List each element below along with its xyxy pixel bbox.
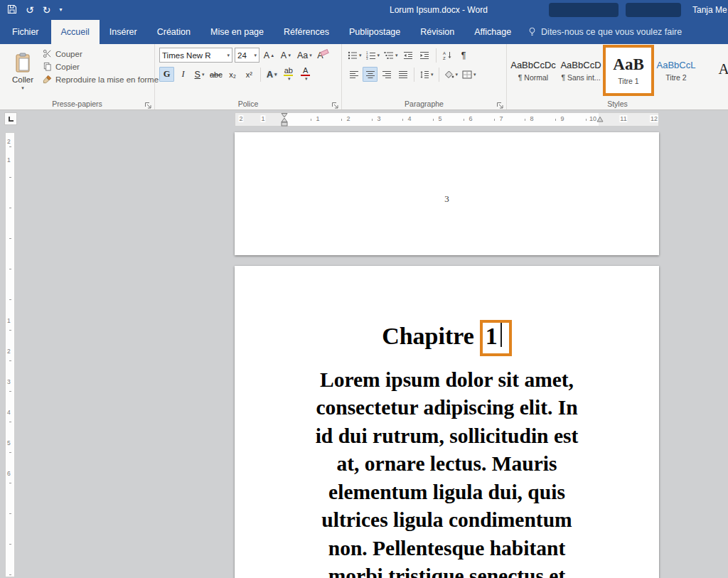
shading-button[interactable]	[443, 67, 460, 82]
ruler-number: 7	[498, 115, 503, 122]
ruler-number: 5	[7, 439, 11, 446]
save-icon[interactable]	[7, 4, 17, 16]
user-name[interactable]: Tanja Me	[692, 0, 727, 20]
page-current[interactable]: Chapitre1 Lorem ipsum dolor sit amet, co…	[235, 266, 659, 578]
dialog-launcher-icon[interactable]	[331, 100, 339, 107]
font-color-letter: A	[303, 67, 308, 74]
font-size-select[interactable]: 24▾	[235, 48, 259, 63]
align-center-button[interactable]	[363, 67, 378, 82]
word-window: ↺ ↻ ▾ Lorum Ipsum.docx - Word Tanja Me F…	[0, 0, 728, 578]
highlight-letters: ab	[284, 67, 293, 74]
bold-button[interactable]: G	[159, 67, 174, 82]
style-label: Titre 2	[665, 73, 686, 82]
annotation-box: 1	[480, 320, 512, 356]
decrease-indent-button[interactable]	[401, 48, 416, 63]
align-right-button[interactable]	[379, 67, 394, 82]
change-case-button[interactable]: Aa	[296, 48, 314, 63]
strikethrough-button[interactable]: abc	[208, 67, 224, 82]
text-effects-button[interactable]: A	[264, 67, 279, 82]
style-sans-interligne[interactable]: AaBbCcD ¶ Sans int...	[558, 48, 604, 93]
align-left-icon	[349, 70, 359, 79]
align-left-button[interactable]	[346, 67, 361, 82]
body-line: ultrices ligula condimentum	[235, 506, 659, 535]
highlight-color-button[interactable]: ab	[281, 67, 296, 82]
chapter-heading[interactable]: Chapitre1	[235, 320, 659, 356]
tab-references[interactable]: Références	[274, 20, 339, 44]
dialog-launcher-icon[interactable]	[496, 100, 504, 107]
ruler-number: 2	[7, 138, 11, 145]
subscript-button[interactable]: x₂	[225, 67, 240, 82]
body-paragraph[interactable]: Lorem ipsum dolor sit amet, consectetur …	[235, 366, 659, 578]
dialog-launcher-icon[interactable]	[144, 100, 152, 107]
body-line: morbi tristique senectus et	[235, 562, 659, 578]
sort-button[interactable]: AZ	[440, 48, 455, 63]
tab-stop-selector[interactable]	[4, 112, 17, 125]
group-label-styles: Styles	[507, 100, 728, 108]
tell-me-label: Dites-nous ce que vous voulez faire	[541, 27, 682, 37]
ruler-number: 2	[238, 115, 243, 122]
clear-formatting-button[interactable]: A	[316, 48, 331, 63]
group-label-police: Police	[155, 100, 341, 108]
underline-button[interactable]: S	[192, 67, 207, 82]
increase-indent-icon	[419, 51, 429, 60]
font-color-button[interactable]: A	[298, 67, 314, 82]
style-titre1[interactable]: AaB Titre 1	[606, 48, 651, 93]
shrink-font-button[interactable]: A	[279, 48, 294, 63]
ruler-number: 2	[346, 115, 350, 122]
redo-icon[interactable]: ↻	[43, 5, 51, 15]
tab-affichage[interactable]: Affichage	[464, 20, 521, 44]
multilevel-list-button[interactable]	[382, 48, 400, 63]
redacted-area	[549, 3, 619, 17]
tab-inserer[interactable]: Insérer	[100, 20, 147, 44]
tab-accueil[interactable]: Accueil	[51, 20, 100, 44]
indent-marker[interactable]	[281, 113, 288, 129]
clipboard-items: Couper Copier Reproduire la mise en form…	[43, 49, 159, 84]
justify-button[interactable]	[395, 67, 410, 82]
chevron-down-icon: ▾	[227, 53, 230, 58]
font-name-select[interactable]: Times New R▾	[159, 48, 232, 63]
format-painter-button[interactable]: Reproduire la mise en forme	[43, 75, 159, 84]
copy-button[interactable]: Copier	[43, 62, 159, 71]
show-paragraph-marks-button[interactable]: ¶	[456, 48, 471, 63]
line-spacing-button[interactable]	[418, 67, 435, 82]
ruler-number: 3	[376, 115, 381, 122]
increase-indent-button[interactable]	[417, 48, 432, 63]
page-previous[interactable]: 3	[235, 132, 659, 255]
text-cursor	[500, 323, 502, 347]
tell-me-box[interactable]: Dites-nous ce que vous voulez faire	[521, 20, 689, 44]
document-title: Lorum Ipsum.docx - Word	[390, 0, 488, 20]
tab-publipostage[interactable]: Publipostage	[339, 20, 410, 44]
tab-revision[interactable]: Révision	[410, 20, 464, 44]
ruler-number: 1	[260, 115, 265, 122]
qat-customize-icon[interactable]: ▾	[59, 7, 62, 13]
ruler-number: 1	[7, 156, 11, 164]
tab-mise-en-page[interactable]: Mise en page	[200, 20, 274, 44]
ruler-number: 6	[468, 115, 473, 122]
align-right-icon	[382, 70, 392, 79]
undo-icon[interactable]: ↺	[26, 5, 34, 15]
grow-font-button[interactable]: A	[262, 48, 277, 63]
superscript-button[interactable]: x²	[242, 67, 257, 82]
right-indent-marker[interactable]	[596, 112, 604, 125]
ruler-number: 9	[560, 115, 564, 122]
ribbon: Coller ▾ Couper Copier Reproduire la mis…	[0, 44, 728, 110]
ribbon-tab-bar: Fichier Accueil Insérer Création Mise en…	[0, 20, 728, 44]
paste-button[interactable]: Coller ▾	[6, 47, 40, 97]
justify-icon	[398, 70, 408, 79]
italic-button[interactable]: I	[176, 67, 191, 82]
divider	[439, 68, 439, 82]
borders-button[interactable]	[461, 67, 478, 82]
tab-creation[interactable]: Création	[147, 20, 200, 44]
quick-access-toolbar: ↺ ↻ ▾	[7, 0, 62, 20]
redacted-area	[626, 3, 681, 17]
style-titre2[interactable]: AaBbCcL Titre 2	[653, 48, 699, 93]
numbering-icon: 123	[366, 51, 376, 60]
style-partial[interactable]: A	[701, 48, 728, 93]
tab-fichier[interactable]: Fichier	[0, 20, 51, 44]
clipboard-icon	[14, 53, 32, 74]
bullets-button[interactable]	[346, 48, 363, 63]
body-line: id dui rutrum, sollicitudin est	[235, 422, 659, 451]
numbering-button[interactable]: 123	[365, 48, 382, 63]
cut-button[interactable]: Couper	[43, 49, 159, 58]
style-normal[interactable]: AaBbCcDc ¶ Normal	[510, 48, 556, 93]
